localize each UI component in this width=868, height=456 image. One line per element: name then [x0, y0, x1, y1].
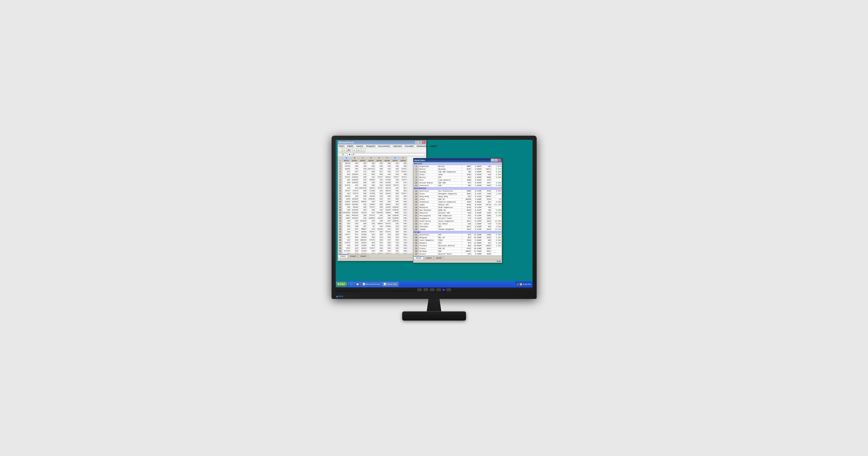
table-cell[interactable]: 258 — [399, 165, 407, 168]
table-cell[interactable]: 353 — [367, 241, 375, 244]
table-cell[interactable]: 241 — [399, 181, 407, 184]
table-cell[interactable]: 46445 — [351, 206, 359, 209]
table-cell[interactable]: 258 — [367, 209, 375, 211]
table-cell[interactable]: 245 — [375, 214, 383, 217]
table-cell[interactable]: 258 — [359, 189, 367, 192]
table-cell[interactable]: 153 — [375, 236, 383, 239]
list-item[interactable]: 8MexicoIPCMXX4:03PM69860.88% — [413, 176, 502, 179]
row-header[interactable]: 15 — [338, 198, 342, 201]
table-cell[interactable]: 155 — [383, 170, 391, 173]
table-cell[interactable]: 248 — [375, 219, 383, 222]
list-item[interactable]: 24Sri LankaAll ShareCSE1:28AM5780.00% — [413, 222, 502, 225]
table-cell[interactable]: 258 — [399, 244, 407, 247]
table-cell[interactable]: 245 — [351, 219, 359, 222]
menu-option[interactable]: Option(O) — [393, 145, 402, 147]
table-cell[interactable]: 12313 — [375, 217, 383, 219]
table-cell[interactable]: 75757 — [367, 231, 375, 233]
table-cell[interactable]: 16254 — [359, 231, 367, 233]
table-cell[interactable]: 154 — [375, 195, 383, 198]
list-item[interactable]: 7ChileIPSAIPSA4:31PM1400.96% — [413, 173, 502, 176]
stock-sheet-tab-3[interactable]: Sheet3 — [434, 256, 444, 260]
table-cell[interactable]: 123545 — [391, 206, 399, 209]
table-cell[interactable]: 155 — [391, 250, 399, 252]
table-cell[interactable]: 15244 — [359, 241, 367, 244]
table-cell[interactable]: 259 — [342, 181, 351, 184]
table-cell[interactable]: 241 — [383, 250, 391, 252]
table-cell[interactable]: 154 — [359, 198, 367, 201]
table-cell[interactable]: 12654 — [383, 211, 391, 214]
row-header[interactable]: 3 — [338, 165, 342, 168]
menu-edit[interactable]: Edit(E) — [347, 145, 354, 147]
row-header[interactable]: 5 — [338, 170, 342, 173]
table-cell[interactable]: 15126 — [342, 162, 351, 165]
table-cell[interactable]: 178 — [391, 170, 399, 173]
table-cell[interactable]: 75757 — [399, 176, 407, 179]
list-item[interactable]: 4ArgentinaMerValMERV4:00PM5361.97% — [413, 165, 502, 168]
col-C[interactable]: C — [359, 157, 367, 159]
start-button[interactable]: ⊞ Start — [336, 282, 347, 287]
table-cell[interactable]: 353 — [367, 244, 375, 247]
table-cell[interactable]: 253 — [351, 239, 359, 241]
table-cell[interactable]: 253 — [359, 209, 367, 211]
table-cell[interactable]: 123545 — [391, 217, 399, 219]
table-cell[interactable]: 123545 — [391, 219, 399, 222]
maximize-button-1[interactable]: □ — [418, 141, 422, 144]
table-cell[interactable]: 154 — [375, 181, 383, 184]
table-cell[interactable]: 154 — [375, 241, 383, 244]
table-cell[interactable]: 97 — [367, 225, 375, 228]
table-cell[interactable]: 241 — [391, 195, 399, 198]
row-header[interactable]: 28 — [338, 233, 342, 236]
sheet-tab-1[interactable]: Sheet1 — [338, 254, 348, 257]
table-cell[interactable]: 245 — [391, 201, 399, 203]
row-header[interactable]: 29 — [338, 236, 342, 239]
table-cell[interactable]: 253 — [391, 239, 399, 241]
table-cell[interactable]: 258 — [375, 239, 383, 241]
row-header[interactable]: 4 — [338, 168, 342, 170]
table-cell[interactable]: 248 — [375, 165, 383, 168]
sheet-tab-3[interactable]: Sheet3 — [358, 254, 368, 257]
table-cell[interactable]: 7575 — [342, 247, 351, 250]
table-cell[interactable]: 258 — [351, 244, 359, 247]
list-item[interactable]: 31FinlandHelsinki GeneralHEX10:30AM13855… — [413, 244, 502, 247]
table-cell[interactable]: 198 — [359, 165, 367, 168]
table-cell[interactable]: 123545 — [367, 198, 375, 201]
table-cell[interactable]: 153 — [342, 244, 351, 247]
table-cell[interactable]: 154 — [375, 244, 383, 247]
list-item[interactable]: 10United StatesS&P 500SPC5:01PM14570.09% — [413, 181, 502, 184]
table-cell[interactable]: 125 — [359, 203, 367, 206]
table-cell[interactable]: 154 — [351, 195, 359, 198]
table-cell[interactable]: 245 — [399, 219, 407, 222]
table-cell[interactable]: 16254 — [359, 247, 367, 250]
list-item[interactable]: 21PhilippinesPSE CompositePSI9:11PM20909… — [413, 214, 502, 217]
table-cell[interactable]: 353 — [375, 203, 383, 206]
tb-paste[interactable]: 📋 — [361, 148, 365, 152]
table-cell[interactable]: 559753 — [351, 214, 359, 217]
table-cell[interactable]: 248 — [359, 222, 367, 225]
menu-format[interactable]: Format(F) — [404, 145, 414, 147]
table-cell[interactable]: 153 — [375, 179, 383, 181]
menu-view[interactable]: View(V) — [356, 145, 364, 147]
row-header[interactable]: 19 — [338, 209, 342, 211]
table-cell[interactable]: 123545 — [351, 201, 359, 203]
table-cell[interactable]: 123545 — [351, 211, 359, 214]
table-cell[interactable]: 153 — [375, 209, 383, 211]
list-item[interactable]: 34GreeceGeneral ShareATG6:29AM5040 — [413, 253, 502, 255]
table-cell[interactable]: 245 — [383, 214, 391, 217]
col-F[interactable]: F — [383, 157, 391, 159]
row-header[interactable]: 31 — [338, 241, 342, 244]
table-cell[interactable]: 1267121 — [367, 168, 375, 170]
table-cell[interactable]: 245 — [375, 198, 383, 201]
row-header[interactable]: 22 — [338, 217, 342, 219]
list-item[interactable]: 22SingaporeStraits TimesSTI9:12PM2452 — [413, 217, 502, 220]
table-cell[interactable]: 258 — [399, 228, 407, 231]
table-cell[interactable]: 153 — [375, 192, 383, 195]
table-cell[interactable]: 41133 — [359, 211, 367, 214]
row-header[interactable]: 21 — [338, 214, 342, 217]
table-cell[interactable]: 46445 — [359, 201, 367, 203]
taskbar-icon-folder[interactable]: 📁 — [354, 282, 361, 286]
table-cell[interactable]: 353 — [399, 189, 407, 192]
table-cell[interactable]: 245 — [399, 206, 407, 209]
table-cell[interactable]: 75757 — [391, 176, 399, 179]
table-cell[interactable]: 257 — [351, 233, 359, 236]
table-cell[interactable]: 123545 — [351, 217, 359, 219]
